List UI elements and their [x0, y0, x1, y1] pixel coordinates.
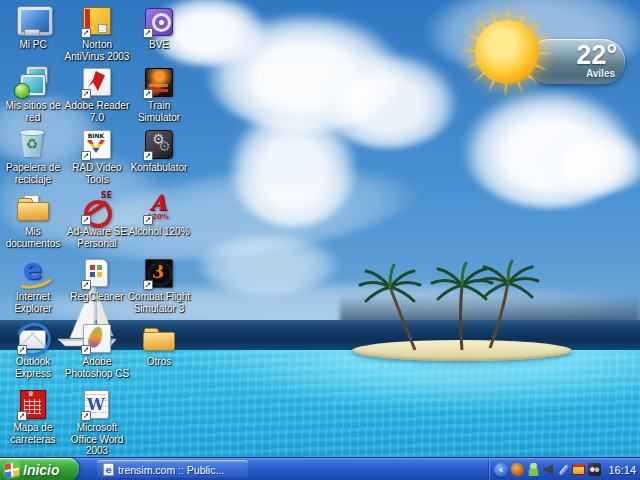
icon-label: Konfabulator	[126, 162, 192, 174]
network-places-icon	[15, 66, 49, 98]
shortcut-arrow-icon: ➚	[17, 345, 27, 355]
word-icon: W ➚	[79, 388, 113, 420]
se-logo-text: SE	[101, 192, 112, 200]
icon-label: RegCleaner	[64, 291, 130, 303]
taskbar-task-trensim[interactable]: e trensim.com :: Public...	[97, 460, 248, 479]
icon-label: Train Simulator	[126, 100, 192, 123]
icon-label: Otros	[126, 356, 192, 368]
cloud	[318, 52, 458, 148]
norton-antivirus-icon: ➚	[79, 5, 113, 37]
icon-label: Mis documentos	[0, 226, 66, 249]
taskbar: Inicio e trensim.com :: Public... ‹ 16:1…	[0, 457, 640, 480]
icon-label: Mi PC	[0, 39, 66, 51]
desktop-icon-mi-pc[interactable]: Mi PC	[0, 5, 64, 51]
shortcut-arrow-icon: ➚	[143, 28, 153, 38]
shortcut-arrow-icon: ➚	[81, 28, 91, 38]
display-settings-tray-icon[interactable]	[572, 464, 585, 475]
desktop-icon-combat-flight-simulator[interactable]: 3 ➚ Combat Flight Simulator 3	[126, 257, 190, 314]
shortcut-arrow-icon: ➚	[143, 215, 153, 225]
desktop-icon-mis-documentos[interactable]: Mis documentos	[0, 192, 64, 249]
volume-tray-icon[interactable]	[543, 463, 556, 476]
desktop-icon-ad-aware[interactable]: SE ➚ Ad-Aware SE Personal	[64, 192, 128, 249]
cloud	[540, 128, 640, 194]
desktop-icon-mis-sitios-de-red[interactable]: Mis sitios de red	[0, 66, 64, 123]
start-button-label: Inicio	[23, 462, 60, 478]
internet-explorer-icon: e	[103, 463, 114, 476]
konfabulator-gears-icon: ⚙ ➚	[141, 128, 175, 160]
adobe-reader-icon: ➚	[79, 66, 113, 98]
shortcut-arrow-icon: ➚	[81, 89, 91, 99]
alcohol-120-icon: A 120% ➚	[141, 192, 175, 224]
messenger-tray-icon[interactable]	[527, 463, 540, 476]
icon-label: Outlook Express	[0, 356, 66, 379]
palm-trees-image	[350, 233, 572, 355]
shortcut-arrow-icon: ➚	[81, 345, 91, 355]
weather-temperature: 22°	[576, 40, 617, 71]
train-simulator-icon: ➚	[141, 66, 175, 98]
desktop-icon-bve[interactable]: ➚ BVE	[126, 5, 190, 51]
windows-logo-icon	[5, 461, 20, 477]
shortcut-arrow-icon: ➚	[81, 151, 91, 161]
desktop-icon-mapa-de-carreteras[interactable]: ♛ ➚ Mapa de carreteras	[0, 388, 64, 445]
alcohol-a-letter: A	[141, 191, 175, 214]
shortcut-arrow-icon: ➚	[17, 411, 27, 421]
desktop-icon-photoshop[interactable]: ➚ Adobe Photoshop CS	[64, 322, 128, 379]
ad-aware-icon: SE ➚	[79, 192, 113, 224]
icon-label: BVE	[126, 39, 192, 51]
cfs3-number: 3	[141, 261, 175, 282]
photoshop-feather-icon: ➚	[79, 322, 113, 354]
desktop-icon-konfabulator[interactable]: ⚙ ➚ Konfabulator	[126, 128, 190, 174]
icon-label: Microsoft Office Word 2003	[64, 422, 130, 457]
system-tray: ‹ 16:14	[488, 458, 640, 480]
desktop-icon-otros[interactable]: Otros	[126, 322, 190, 368]
regcleaner-icon: ➚	[79, 257, 113, 289]
konfabulator-tray-icon[interactable]	[588, 463, 601, 476]
desktop[interactable]: 22° Aviles Mi PC Mis sitios de red ♻ Pap…	[0, 0, 640, 480]
desktop-icon-papelera[interactable]: ♻ Papelera de reciclaje	[0, 128, 64, 185]
bve-icon: ➚	[141, 5, 175, 37]
outlook-express-icon: ➚	[15, 322, 49, 354]
internet-explorer-icon: e	[15, 257, 49, 289]
icon-label: RAD Video Tools	[64, 162, 130, 185]
my-documents-icon	[15, 192, 49, 224]
icon-label: Adobe Photoshop CS	[64, 356, 130, 379]
desktop-icon-word-2003[interactable]: W ➚ Microsoft Office Word 2003	[64, 388, 128, 457]
shortcut-arrow-icon: ➚	[143, 89, 153, 99]
shortcut-arrow-icon: ➚	[143, 151, 153, 161]
weather-location: Aviles	[586, 68, 615, 79]
crown-icon: ♛	[15, 390, 47, 398]
desktop-icon-norton-antivirus[interactable]: ➚ Norton AntiVirus 2003	[64, 5, 128, 62]
ad-aware-tray-icon[interactable]	[511, 463, 524, 476]
icon-label: Adobe Reader 7.0	[64, 100, 130, 123]
icon-label: Combat Flight Simulator 3	[126, 291, 192, 314]
icon-label: Alcohol 120%	[126, 226, 192, 238]
sun-icon	[475, 20, 539, 84]
road-map-icon: ♛ ➚	[15, 388, 49, 420]
icon-label: Norton AntiVirus 2003	[64, 39, 130, 62]
recycle-icon: ♻	[15, 136, 49, 152]
icon-label: Ad-Aware SE Personal	[64, 226, 130, 249]
shortcut-arrow-icon: ➚	[81, 280, 91, 290]
desktop-icon-regcleaner[interactable]: ➚ RegCleaner	[64, 257, 128, 303]
bink-logo-text: BINK	[79, 132, 113, 139]
pen-tray-icon[interactable]	[559, 464, 570, 476]
desktop-icon-outlook-express[interactable]: ➚ Outlook Express	[0, 322, 64, 379]
desktop-icon-train-simulator[interactable]: ➚ Train Simulator	[126, 66, 190, 123]
desktop-icon-alcohol-120[interactable]: A 120% ➚ Alcohol 120%	[126, 192, 190, 238]
desktop-icon-rad-video-tools[interactable]: BINK ➚ RAD Video Tools	[64, 128, 128, 185]
folder-icon	[141, 322, 175, 354]
desktop-icon-internet-explorer[interactable]: e Internet Explorer	[0, 257, 64, 314]
desktop-icon-adobe-reader[interactable]: ➚ Adobe Reader 7.0	[64, 66, 128, 123]
my-computer-icon	[15, 5, 49, 37]
icon-label: Papelera de reciclaje	[0, 162, 66, 185]
task-label: trensim.com :: Public...	[118, 464, 224, 476]
bink-video-icon: BINK ➚	[79, 128, 113, 160]
shortcut-arrow-icon: ➚	[81, 215, 91, 225]
icon-label: Mapa de carreteras	[0, 422, 66, 445]
icon-label: Mis sitios de red	[0, 100, 66, 123]
combat-flight-simulator-icon: 3 ➚	[141, 257, 175, 289]
shortcut-arrow-icon: ➚	[81, 411, 91, 421]
recycle-bin-icon: ♻	[15, 128, 49, 160]
start-button[interactable]: Inicio	[0, 458, 79, 480]
tray-collapse-chevron-icon[interactable]: ‹	[494, 463, 508, 477]
